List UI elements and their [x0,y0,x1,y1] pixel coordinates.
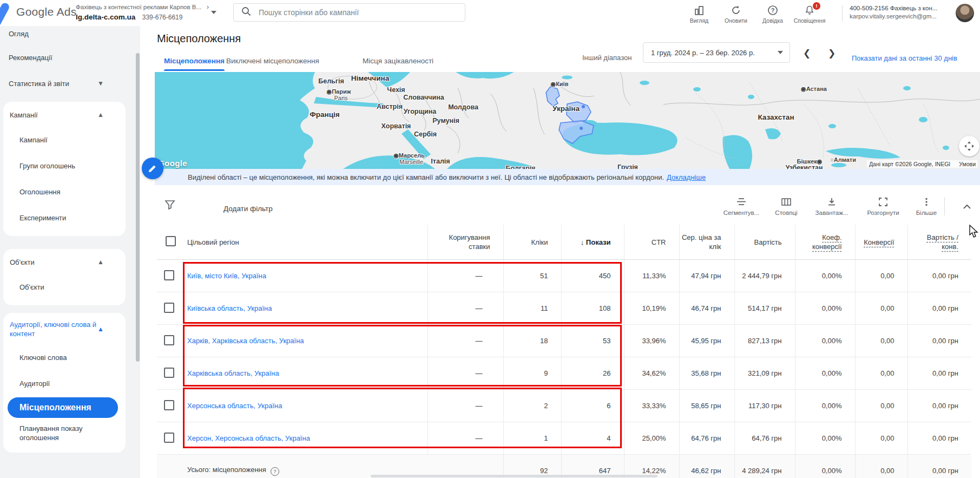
col-conv-rate[interactable]: Коеф. конверсії [795,225,855,260]
col-clicks[interactable]: Кліки [503,225,561,260]
map-label: Сербія [414,130,437,138]
sidebar-item-ad-groups[interactable]: Групи оголошень [3,153,126,179]
view-button[interactable]: Вигляд [681,2,718,24]
segment-button[interactable]: Сегментув... [720,196,763,216]
col-target-region[interactable]: Цільовий регіон [179,225,427,260]
tab-locations[interactable]: Місцеположення [164,57,225,65]
tab-places-of-interest[interactable]: Місця зацікавленості [363,57,433,65]
search-input[interactable] [258,8,444,17]
sidebar-item-experiments[interactable]: Експерименти [3,205,126,231]
scrollbar-thumb[interactable] [136,53,140,362]
sidebar-item-locations-selected[interactable]: Місцеположення [8,397,118,418]
date-range-picker[interactable]: 1 груд. 2024 р. – 23 бер. 2026 р. [643,42,790,63]
add-filter-button[interactable]: Додати фільтр [223,205,273,213]
col-cost-per-conv[interactable]: Вартість / конв. [907,225,971,260]
row-checkbox[interactable] [164,368,174,378]
map-label: Австрія [377,103,403,110]
sidebar-item-recommendations[interactable]: Рекомендації [0,44,135,70]
filter-icon[interactable] [165,199,175,212]
sidebar-item-campaigns[interactable]: Кампанії [3,127,126,153]
row-checkbox[interactable] [164,270,174,280]
sidebar-item-insights-reports[interactable]: Статистика й звіти ▼ [0,70,135,96]
metric-cell: 6 [561,390,624,422]
sidebar-item-audiences[interactable]: Аудиторії [3,370,126,396]
col-bid-adjustment[interactable]: Коригування ставки [427,225,503,260]
show-last-30-days-link[interactable]: Показати дані за останні 30 днів [852,54,957,62]
user-info[interactable]: 400-509-2156 Фахівець з кон... karpov.vi… [850,4,937,21]
search-box[interactable] [233,3,465,22]
map-label: Узбекистан [785,164,823,169]
account-line[interactable]: lg.delta-c.com.ua 339-676-6619 [76,12,182,22]
region-link[interactable]: Харків, Харківська область, Україна [187,337,304,345]
map-attribution: Дані карт ©2026 Google, INEGI Умови [867,160,978,168]
sidebar-section-campaigns[interactable]: Кампанії ▲ [3,103,126,127]
region-link[interactable]: Харківська область, Україна [187,369,279,377]
sidebar-item-overview[interactable]: Огляд [0,26,135,44]
avatar[interactable] [956,4,974,22]
row-checkbox[interactable] [164,400,174,410]
metric-cell: 11,33% [624,260,679,292]
sidebar-item-assets[interactable]: Об'єкти [3,274,126,300]
sidebar-item-ads[interactable]: Оголошення [3,179,126,205]
sidebar-label: Оголошення [19,188,61,196]
chevron-up-icon: ▲ [97,111,104,119]
select-all-checkbox[interactable] [166,236,176,246]
region-link[interactable]: Херсонська область, Україна [187,402,282,410]
col-ctr[interactable]: CTR [624,225,679,260]
row-checkbox[interactable] [164,335,174,345]
region-link[interactable]: Київська область, Україна [187,304,272,312]
fullscreen-button[interactable] [959,136,979,156]
columns-button[interactable]: Стовпці [765,196,808,216]
col-cost[interactable]: Вартість [734,225,795,260]
map[interactable]: НімеччинаБельгія◉ПарижParisЧехіяСловаччи… [155,72,980,169]
sidebar-section-assets[interactable]: Об'єкти ▲ [3,250,126,274]
refresh-button[interactable]: Оновити [718,2,754,24]
metric-cell: — [427,292,503,325]
metric-cell: 827,13 грн [734,325,795,357]
breadcrumb[interactable]: Фахівець з контекстної реклами Карпов В.… [76,3,209,11]
download-label: Завантаж... [815,209,849,216]
help-icon[interactable]: ? [271,467,279,476]
metric-cell: 0,00 грн [907,455,971,478]
date-prev-button[interactable]: ❮ [798,45,816,61]
active-tab-underline [164,69,225,71]
edit-locations-fab[interactable] [142,158,163,179]
more-button[interactable]: Більше [905,196,948,216]
header-checkbox-cell [157,225,179,260]
horizontal-scrollbar[interactable] [371,475,657,477]
metric-cell: 0,00% [795,260,855,292]
help-button[interactable]: ? Довідка [754,2,791,24]
sidebar-section-audiences[interactable]: Аудиторії, ключові слова й контент ▲ [3,314,126,344]
sidebar-scrollbar[interactable] [135,26,140,478]
region-link[interactable]: Херсон, Херсонська область, Україна [187,434,310,442]
expand-button[interactable]: Розгорнути [861,196,905,216]
sidebar-item-ad-schedule[interactable]: Планування показу оголошення [3,419,126,447]
sidebar-item-keywords[interactable]: Ключові слова [3,344,126,370]
row-checkbox[interactable] [164,433,174,443]
checkbox-cell [157,357,179,390]
metric-cell: 0,00 грн [907,357,971,390]
collapse-table-button[interactable] [958,199,976,214]
segment-label: Сегментув... [724,209,759,216]
metric-cell: 1 [503,422,561,455]
map-label: ○Алмати [830,156,856,163]
metric-cell: 9 [503,357,561,390]
chevron-up-icon: ▲ [97,258,104,266]
date-next-button[interactable]: ❯ [823,45,841,61]
region-link[interactable]: Київ, місто Київ, Україна [187,272,266,280]
account-dropdown-caret-icon[interactable] [211,11,216,14]
metric-cell: 2 444,79 грн [734,260,795,292]
sidebar-card-campaigns: Кампанії ▲ Кампанії Групи оголошень Огол… [3,102,126,236]
col-avg-cpc[interactable]: Сер. ціна за клік [679,225,734,260]
map-label: Молдова [448,103,478,111]
download-button[interactable]: Завантаж... [810,196,853,216]
metric-cell: 450 [561,260,624,292]
learn-more-link[interactable]: Докладніше [667,173,706,181]
row-checkbox[interactable] [164,303,174,313]
sidebar-label: Ключові слова [19,353,67,362]
notifications-button[interactable]: Сповіщення ! [791,2,828,24]
map-terms-link[interactable]: Умови [959,161,976,167]
col-impressions-sorted[interactable]: ↓ Покази [561,225,624,260]
tab-excluded-locations[interactable]: Виключені місцеположення [226,57,319,65]
col-conversions[interactable]: Конверсії [855,225,907,260]
